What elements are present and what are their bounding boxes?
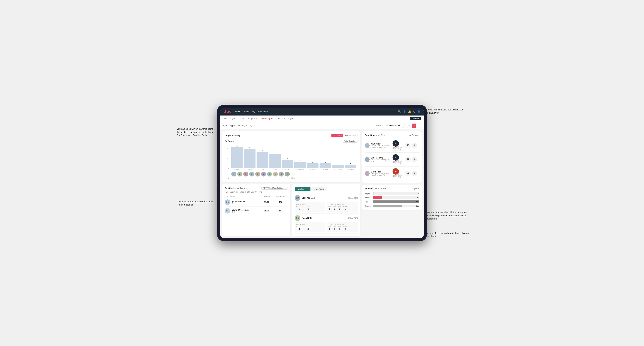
search-icon[interactable]: 🔍 [398,110,401,113]
least-active-tab[interactable]: Least Active [310,187,327,191]
tournament-label-2: Tournament [296,226,304,228]
add-team-button[interactable]: Add Team [410,117,421,120]
practice-activities-group-1: Total Practice Activities GTT 0 APP [327,202,358,212]
shot-entry-1[interactable]: Matt Miller 09 Jun 2023 · Royal North De… [365,139,419,153]
shot-info-2: Shot Dist: 43 yds Start Lie: Rough End L… [392,161,404,165]
best-shots-title: Best Shots [365,134,376,137]
chevron-right-icon: › [418,172,419,175]
putt-label-2: PUTT [343,226,347,228]
shot-stat-3b: 0 yds [412,171,417,176]
bar-fill-0[interactable] [231,147,243,168]
scoring-row-2: Pars499 [365,200,419,203]
bars-row: 1312109543322 [230,140,358,168]
annotation-player-filter: You can also filter to show just one pla… [425,231,471,238]
player-count: 14 Players [238,124,248,127]
tab-pga[interactable]: PGA [240,117,244,120]
user-avatar-icon[interactable]: 👤 [418,110,420,113]
x-axis-labels: B. McHargR. BrittD. FordJ. ColesE. Ebert… [230,168,358,171]
time-period-select[interactable]: Last 3 months [382,124,401,127]
grid4-view-btn[interactable]: ⊞ [402,124,406,128]
practice-activities-label-2: Total Practice Activities [328,224,356,225]
shot-player-detail-1: 09 Jun 2023 · Royal North Devon GC, Hole… [371,145,391,148]
scoring-bar-value-2: 499 [416,201,418,203]
shots-filter-label: All Shots [378,134,385,136]
all-players-filter-btn[interactable]: All Players ▾ [410,134,419,136]
player-avatar-chart-5: B [261,172,266,176]
app-label-2: APP [333,226,336,228]
chevron-down-icon: ▾ [285,187,286,189]
shot-entry-3[interactable]: David Ford 24 Aug 2023 · Royal North Dev… [365,167,419,180]
shots-filter-btn[interactable]: All Shots ▾ [378,134,386,136]
col-pb-avg-sq: PB AVG SQ [274,195,288,197]
practice-label-1: Practice [306,206,310,208]
list-view-btn[interactable]: ☰ [417,124,421,128]
practice-title: Practice Leaderboards [225,187,247,189]
card-title: Player Activity [225,134,240,137]
bar-fill-8[interactable] [332,165,344,168]
chart-section: On Course Total Rounds ▾ 15 10 [225,139,358,180]
people-icon[interactable]: 👤 [403,110,406,113]
bar-fill-5[interactable] [294,162,306,168]
bar-fill-9[interactable] [345,165,356,168]
bar-value-3: 9 [274,152,275,153]
x-label-9: L. Robertson [345,169,356,170]
practice-drills-toggle[interactable]: Practice Drills [343,134,358,137]
col-pb-score: PB SCORE [260,195,274,197]
nav-link-home[interactable]: Home [235,110,240,113]
bar-fill-1[interactable] [244,149,256,168]
card-header: Player Activity On Course Practice Drill… [225,134,358,137]
chevron-down-icon: ▾ [386,134,386,136]
arg-value-2: 0 [338,228,341,230]
total-rounds-label-2: Total Rounds [296,224,324,225]
most-active-tab[interactable]: Most Active [295,187,310,191]
col-player-name: PLAYER NAME [225,195,260,197]
nav-link-my-performance[interactable]: My Performance [252,110,268,113]
tab-all-players[interactable]: All Players [284,117,294,120]
tab-hcaps[interactable]: Hcaps 1-5 [248,117,257,120]
putt-value-2: 0 [343,228,347,230]
annotation-player-select: You can select which player is doing the… [177,127,215,137]
player-row-2[interactable]: EC Edward Crossman 🥈 2 18/20 107 [225,206,288,215]
x-label-2: D. Ford [256,169,268,170]
player-avg-1: 110 [274,201,288,203]
shot-player-info-2: Blair McHarg 23 Jul 2023 · Ashridge GC, … [371,157,391,162]
practice-sub-title: PUTT Must Make Putting (3-6 ft), Last 3 … [225,191,288,193]
annotation-best-shots: Here you can see who's hit the best shot… [425,211,471,220]
bar-group-5: 4 [294,160,306,168]
bar-fill-7[interactable] [320,163,331,168]
player-info-1: RB Richard Butler 🏅 1 [225,199,260,205]
shot-badge-label-1: SG [397,146,399,147]
grid6-view-btn[interactable]: ⊟ [407,124,411,128]
activity-entry-header-2: RB Rees Britt 02 Sep 2023 [295,215,358,221]
tab-team-clippd[interactable]: Team Clippd [260,117,273,120]
bar-fill-3[interactable] [269,154,281,168]
tab-tour[interactable]: Tour [276,117,280,120]
app-label-1: APP [333,206,336,208]
shot-entry-2[interactable]: Blair McHarg 23 Jul 2023 · Ashridge GC, … [365,153,419,167]
bar-group-8: 2 [332,163,344,168]
bar-fill-2[interactable] [256,152,268,168]
nav-link-teams[interactable]: Teams [243,110,249,113]
chevron-right-icon: › [418,144,419,147]
practice-filter-btn[interactable]: PUTT Must Make Putting ... ▾ [262,187,288,190]
activity-date-1: 26 Aug 2023 [348,197,358,199]
activity-toggle: On Course Practice Drills [331,134,358,137]
bar-fill-6[interactable] [307,163,318,168]
scoring-filter-btn[interactable]: Par 3, 4 & 5s ▾ [374,188,386,190]
heart-view-btn[interactable]: ♥ [412,124,416,128]
bar-group-1: 12 [244,147,256,168]
app-col-2: APP 0 [333,226,336,230]
x-label-6: R. Butler [307,169,318,170]
practice-col-2: Practice 4 [306,226,310,230]
bar-fill-4[interactable] [282,160,293,168]
player-row-1[interactable]: RB Richard Butler 🏅 1 19/20 110 [225,198,288,206]
practice-value-1: 6 [306,208,310,210]
scoring-players-filter-btn[interactable]: All Players ▾ [410,188,419,190]
gtt-col-1: GTT 0 [328,206,331,210]
tab-pgat-players[interactable]: PGAT Players [223,117,236,120]
annotation-filter: Filter what data you wish the table to b… [178,200,215,206]
bell-icon[interactable]: 🔔 [408,110,411,113]
on-course-toggle[interactable]: On Course [332,134,343,137]
edit-icon[interactable]: ✏️ [249,125,252,127]
plus-circle-icon[interactable]: ⊕ [413,110,415,113]
